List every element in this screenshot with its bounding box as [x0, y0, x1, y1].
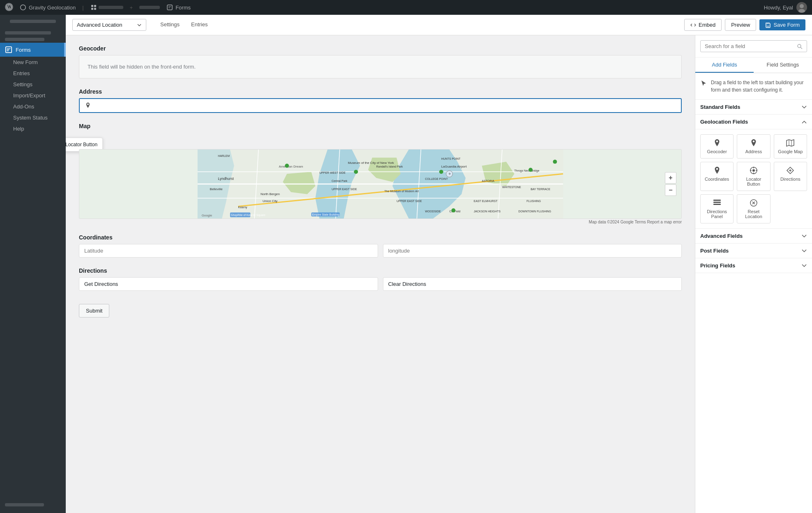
address-label: Address [79, 88, 682, 95]
geocoder-field: This field will be hidden on the front-e… [79, 55, 682, 78]
plugins-skeleton [99, 6, 123, 9]
field-item-google-map[interactable]: Google Map [774, 134, 807, 159]
svg-text:Union City: Union City [263, 199, 277, 203]
field-item-geocoder[interactable]: Geocoder [700, 134, 734, 159]
wp-logo[interactable] [5, 3, 13, 12]
svg-text:Lyndhurst: Lyndhurst [218, 177, 234, 181]
svg-text:Randall's Island Park: Randall's Island Park [376, 165, 403, 168]
section-post-fields[interactable]: Post Fields [695, 244, 812, 258]
tab-settings[interactable]: Settings [155, 18, 185, 32]
svg-point-53 [354, 170, 358, 174]
sidebar-item-forms[interactable]: Forms [0, 43, 66, 57]
field-item-reset-location[interactable]: Reset Location [737, 194, 770, 223]
sidebar-skeleton-2 [5, 38, 44, 41]
bar-divider2: + [130, 5, 133, 11]
svg-rect-74 [713, 202, 721, 203]
sidebar: Forms New Form Entries Settings Import/E… [0, 15, 66, 513]
sidebar-item-help[interactable]: Help [0, 123, 66, 134]
get-directions-button[interactable]: Get Directions [79, 277, 378, 291]
svg-rect-1 [91, 5, 93, 7]
svg-text:JACKSON HEIGHTS: JACKSON HEIGHTS [474, 210, 501, 213]
svg-text:Empire State Building: Empire State Building [312, 213, 339, 216]
section-advanced-fields[interactable]: Advanced Fields [695, 229, 812, 244]
longitude-input[interactable] [383, 244, 682, 258]
sidebar-item-system-status[interactable]: System Status [0, 112, 66, 123]
form-header: Advanced Location Settings Entries Embed… [66, 15, 812, 35]
section-standard-fields[interactable]: Standard Fields [695, 100, 812, 115]
svg-text:EAST ELMHURST: EAST ELMHURST [474, 200, 498, 202]
svg-text:WOODSIDE: WOODSIDE [425, 210, 441, 213]
clear-directions-button[interactable]: Clear Directions [383, 277, 682, 291]
admin-bar-plugins[interactable] [90, 4, 123, 11]
map-svg: Lyndhurst Belleville North Bergen Union … [79, 150, 681, 219]
zoom-in-button[interactable]: + [665, 172, 676, 184]
avatar[interactable] [796, 2, 807, 13]
svg-text:HUNTS POINT: HUNTS POINT [441, 157, 461, 160]
address-input-field[interactable] [79, 98, 682, 113]
geolocation-field-grid: Geocoder Address Google Map [695, 129, 812, 229]
address-field-icon [750, 139, 758, 147]
panel-tabs: Add Fields Field Settings [695, 58, 812, 73]
map-container[interactable]: Lyndhurst Belleville North Bergen Union … [79, 149, 682, 219]
field-item-address[interactable]: Address [737, 134, 770, 159]
svg-text:WHITESTONE: WHITESTONE [502, 186, 521, 189]
sidebar-item-entries[interactable]: Entries [0, 68, 66, 79]
panel-search [695, 35, 812, 58]
save-button[interactable]: Save Form [759, 19, 805, 30]
forms-label: Forms [175, 5, 191, 11]
chevron-up-icon [801, 119, 807, 125]
directions-section: Directions Get Directions Clear Directio… [79, 267, 682, 291]
sidebar-item-add-ons[interactable]: Add-Ons [0, 101, 66, 112]
sidebar-item-new-form[interactable]: New Form [0, 57, 66, 68]
sidebar-item-settings[interactable]: Settings [0, 79, 66, 90]
section-pricing-fields[interactable]: Pricing Fields [695, 258, 812, 273]
svg-point-52 [285, 164, 289, 168]
preview-button[interactable]: Preview [725, 19, 756, 31]
tab-entries[interactable]: Entries [185, 18, 213, 32]
admin-bar-forms[interactable]: Forms [166, 4, 191, 11]
svg-text:ShopRite of Kearny Square: ShopRite of Kearny Square [231, 214, 265, 217]
svg-text:Throgs Neck Bridge: Throgs Neck Bridge [514, 169, 540, 173]
svg-text:ASTORIA: ASTORIA [482, 179, 495, 182]
admin-bar-right: Howdy, Eyal [764, 2, 807, 13]
map-controls: + − [665, 172, 676, 196]
field-search-input[interactable] [705, 43, 794, 49]
svg-text:Google: Google [202, 214, 212, 217]
sidebar-menu: Forms New Form Entries Settings Import/E… [0, 43, 66, 134]
field-item-coordinates[interactable]: Coordinates [700, 162, 734, 191]
admin-bar-site[interactable]: Gravity Geolocation [20, 4, 76, 11]
embed-button[interactable]: Embed [684, 19, 722, 31]
panel-hint: Drag a field to the left to start buildi… [695, 73, 812, 100]
svg-text:HARLEM: HARLEM [218, 154, 230, 157]
app-body: Forms New Form Entries Settings Import/E… [0, 15, 812, 513]
content-area: Advanced Location Settings Entries Embed… [66, 15, 812, 513]
locator-button-icon [750, 166, 758, 175]
svg-text:FLUSHING: FLUSHING [526, 200, 541, 202]
sidebar-skeleton-logo [10, 20, 56, 23]
right-panel: Add Fields Field Settings Drag a field t… [695, 35, 812, 513]
svg-text:The Museum of Modern Art: The Museum of Modern Art [384, 190, 419, 193]
svg-text:UPPER EAST SIDE: UPPER EAST SIDE [397, 200, 422, 202]
panel-content: Drag a field to the left to start buildi… [695, 73, 812, 513]
svg-text:✈: ✈ [448, 172, 451, 176]
field-item-directions-panel[interactable]: Directions Panel [700, 194, 734, 223]
sidebar-forms-label: Forms [16, 47, 31, 53]
form-type-dropdown[interactable]: Advanced Location [72, 19, 146, 31]
svg-point-65 [798, 44, 801, 48]
latitude-input[interactable] [79, 244, 378, 258]
directions-label: Directions [79, 267, 682, 274]
zoom-out-button[interactable]: − [665, 184, 676, 196]
submit-button[interactable]: Submit [79, 304, 109, 317]
field-item-locator-button[interactable]: Locator Button [737, 162, 770, 191]
map-footer: Map data ©2024 Google Terms Report a map… [79, 220, 682, 224]
field-item-directions[interactable]: Directions [774, 162, 807, 191]
geocoder-field-icon [713, 139, 721, 147]
tab-field-settings[interactable]: Field Settings [754, 58, 812, 73]
pin-icon [85, 102, 91, 109]
sidebar-bottom-skeleton [5, 503, 44, 506]
svg-text:UPPER WEST SIDE: UPPER WEST SIDE [319, 171, 346, 174]
svg-rect-10 [767, 23, 769, 24]
section-geolocation-fields[interactable]: Geolocation Fields [695, 115, 812, 129]
tab-add-fields[interactable]: Add Fields [695, 58, 754, 73]
sidebar-item-import-export[interactable]: Import/Export [0, 90, 66, 101]
